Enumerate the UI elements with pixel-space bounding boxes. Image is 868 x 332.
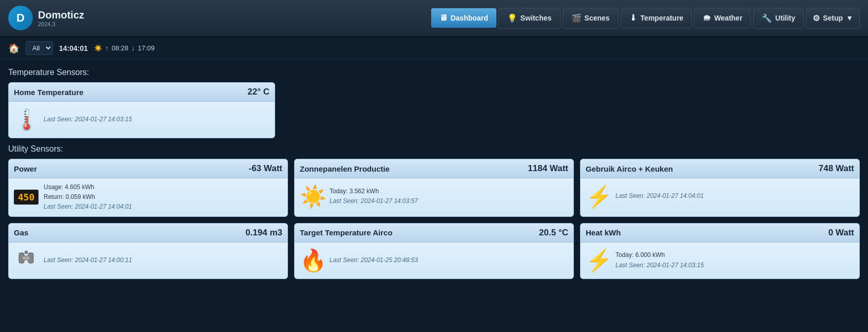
- main-content: Temperature Sensors: Home Temperature 22…: [0, 60, 868, 293]
- nav-utility[interactable]: 🔧 Utility: [753, 8, 804, 29]
- zonnepanelen-card-body: ☀️ Today: 3.562 kWh Last Seen: 2024-01-2…: [295, 178, 573, 214]
- target-temp-card-body: 🔥 Last Seen: 2024-01-25 20:48:53: [295, 243, 573, 279]
- power-card-details: Usage: 4.605 kWh Return: 0.059 kWh Last …: [44, 182, 132, 212]
- zonnepanelen-card[interactable]: Zonnepanelen Productie 1184 Watt ☀️ Toda…: [294, 159, 574, 217]
- heat-kwh-card-value: 0 Watt: [828, 228, 854, 238]
- sunset-icon: ↓: [131, 44, 135, 52]
- power-card[interactable]: Power -63 Watt 450 Usage: 4.605 kWh Retu…: [8, 159, 288, 217]
- heat-kwh-card-header: Heat kWh 0 Watt: [581, 224, 859, 243]
- gebruik-lastseen: Last Seen: 2024-01-27 14:04:01: [615, 191, 704, 201]
- gebruik-card-body: ⚡ Last Seen: 2024-01-27 14:04:01: [581, 178, 859, 214]
- gebruik-card-header: Gebruik Airco + Keuken 748 Watt: [581, 159, 859, 178]
- utility-cards-row2: Gas 0.194 m3 Last Seen: 2024-01-27 14:00…: [8, 223, 860, 279]
- power-meter-icon: 450: [14, 190, 38, 205]
- target-temp-card-value: 20.5 °C: [539, 228, 568, 238]
- temperature-section-title: Temperature Sensors:: [8, 68, 860, 77]
- sunrise-icon: ↑: [105, 44, 109, 52]
- weather-icon: 🌧: [703, 13, 711, 23]
- target-temp-lastseen: Last Seen: 2024-01-25 20:48:53: [330, 255, 418, 265]
- heat-kwh-lastseen: Last Seen: 2024-01-27 14:03:15: [615, 261, 704, 270]
- heat-kwh-card[interactable]: Heat kWh 0 Watt ⚡ Today: 6.000 kWh Last …: [580, 223, 860, 279]
- heat-kwh-card-body: ⚡ Today: 6.000 kWh Last Seen: 2024-01-27…: [581, 243, 859, 279]
- sunrise-time: 08:28: [112, 44, 129, 52]
- zonnepanelen-card-value: 1184 Watt: [528, 163, 568, 174]
- temperature-card-icon: 🌡️: [14, 108, 38, 132]
- home-temperature-card[interactable]: Home Temperature 22° C 🌡️ Last Seen: 202…: [8, 82, 275, 138]
- home-temperature-body: 🌡️ Last Seen: 2024-01-27 14:03:15: [9, 102, 275, 138]
- room-selector[interactable]: All: [26, 41, 53, 55]
- svg-rect-2: [22, 256, 30, 260]
- target-temp-card-header: Target Temperature Airco 20.5 °C: [295, 224, 573, 243]
- power-card-name: Power: [14, 164, 37, 173]
- power-usage: Usage: 4.605 kWh: [44, 182, 132, 192]
- utility-icon: 🔧: [762, 13, 772, 23]
- utility-section-title: Utility Sensors:: [8, 144, 860, 154]
- gebruik-card-name: Gebruik Airco + Keuken: [586, 164, 673, 173]
- target-temp-card-name: Target Temperature Airco: [300, 228, 393, 237]
- nav-dashboard[interactable]: 🖥 Dashboard: [431, 8, 496, 28]
- home-temperature-details: Last Seen: 2024-01-27 14:03:15: [44, 115, 132, 124]
- nav-scenes[interactable]: 🎬 Scenes: [563, 8, 619, 29]
- home-temperature-name: Home Temperature: [14, 88, 84, 97]
- svg-rect-3: [25, 251, 28, 254]
- gas-lastseen: Last Seen: 2024-01-27 14:00:11: [44, 255, 132, 265]
- home-icon[interactable]: 🏠: [8, 43, 20, 54]
- zonnepanelen-lastseen: Last Seen: 2024-01-27 14:03:57: [330, 196, 418, 206]
- app-title: Domoticz: [38, 9, 84, 21]
- target-temp-card[interactable]: Target Temperature Airco 20.5 °C 🔥 Last …: [294, 223, 574, 279]
- nav-weather[interactable]: 🌧 Weather: [694, 8, 751, 28]
- zonnepanelen-card-name: Zonnepanelen Productie: [300, 164, 390, 173]
- nav-temperature[interactable]: 🌡 Temperature: [621, 8, 692, 28]
- utility-cards-row1: Power -63 Watt 450 Usage: 4.605 kWh Retu…: [8, 159, 860, 217]
- gas-card-header: Gas 0.194 m3: [9, 224, 287, 243]
- sun-icon: ☀️: [94, 44, 102, 52]
- nav-setup[interactable]: ⚙ Setup ▼: [806, 8, 860, 29]
- app-version: 2024.3: [38, 21, 84, 27]
- scenes-icon: 🎬: [571, 13, 582, 23]
- zonnepanelen-card-header: Zonnepanelen Productie 1184 Watt: [295, 159, 573, 178]
- sun-card-icon: ☀️: [300, 184, 324, 209]
- gas-card-body: Last Seen: 2024-01-27 14:00:11: [9, 243, 287, 279]
- power-card-header: Power -63 Watt: [9, 159, 287, 178]
- logo-icon: D: [8, 6, 33, 30]
- heat-kwh-card-details: Today: 6.000 kWh Last Seen: 2024-01-27 1…: [615, 250, 704, 270]
- power-return: Return: 0.059 kWh: [44, 192, 132, 202]
- home-temperature-value: 22° C: [247, 87, 269, 97]
- power-card-body: 450 Usage: 4.605 kWh Return: 0.059 kWh L…: [9, 178, 287, 216]
- gas-card-name: Gas: [14, 228, 28, 237]
- zonnepanelen-card-details: Today: 3.562 kWh Last Seen: 2024-01-27 1…: [330, 187, 418, 206]
- switches-icon: 💡: [507, 13, 517, 23]
- zonnepanelen-today: Today: 3.562 kWh: [330, 187, 418, 196]
- gebruik-card-value: 748 Watt: [819, 163, 854, 174]
- sunset-time: 17:09: [138, 44, 155, 52]
- temperature-cards-row: Home Temperature 22° C 🌡️ Last Seen: 202…: [8, 82, 860, 138]
- sun-info: ☀️ ↑ 08:28 ↓ 17:09: [94, 44, 155, 52]
- current-time: 14:04:01: [59, 44, 88, 52]
- flame-card-icon: 🔥: [300, 248, 324, 273]
- gas-card[interactable]: Gas 0.194 m3 Last Seen: 2024-01-27 14:00…: [8, 223, 288, 279]
- nav-switches[interactable]: 💡 Switches: [498, 8, 561, 29]
- gebruik-card-details: Last Seen: 2024-01-27 14:04:01: [615, 191, 704, 201]
- gas-card-details: Last Seen: 2024-01-27 14:00:11: [44, 255, 132, 265]
- setup-chevron: ▼: [846, 14, 853, 22]
- heat-kwh-card-name: Heat kWh: [586, 228, 621, 237]
- gebruik-card[interactable]: Gebruik Airco + Keuken 748 Watt ⚡ Last S…: [580, 159, 860, 217]
- power-card-value: -63 Watt: [249, 163, 283, 174]
- logo-area: D Domoticz 2024.3: [8, 6, 101, 30]
- home-temperature-header: Home Temperature 22° C: [9, 83, 275, 102]
- power-lastseen: Last Seen: 2024-01-27 14:04:01: [44, 202, 132, 212]
- toolbar: 🏠 All 14:04:01 ☀️ ↑ 08:28 ↓ 17:09: [0, 37, 868, 60]
- target-temp-card-details: Last Seen: 2024-01-25 20:48:53: [330, 255, 418, 265]
- logo-text: Domoticz 2024.3: [38, 9, 84, 27]
- temperature-icon: 🌡: [629, 13, 638, 23]
- main-nav: 🖥 Dashboard 💡 Switches 🎬 Scenes 🌡 Temper…: [431, 8, 860, 29]
- lightning-card-icon: ⚡: [586, 184, 610, 209]
- heat-lightning-icon: ⚡: [586, 248, 610, 273]
- setup-icon: ⚙: [813, 13, 820, 23]
- gas-card-value: 0.194 m3: [245, 228, 282, 238]
- gas-card-icon: [14, 247, 38, 274]
- header: D Domoticz 2024.3 🖥 Dashboard 💡 Switches…: [0, 0, 868, 37]
- heat-kwh-today: Today: 6.000 kWh: [615, 250, 704, 260]
- home-temperature-lastseen: Last Seen: 2024-01-27 14:03:15: [44, 115, 132, 124]
- dashboard-icon: 🖥: [439, 13, 448, 23]
